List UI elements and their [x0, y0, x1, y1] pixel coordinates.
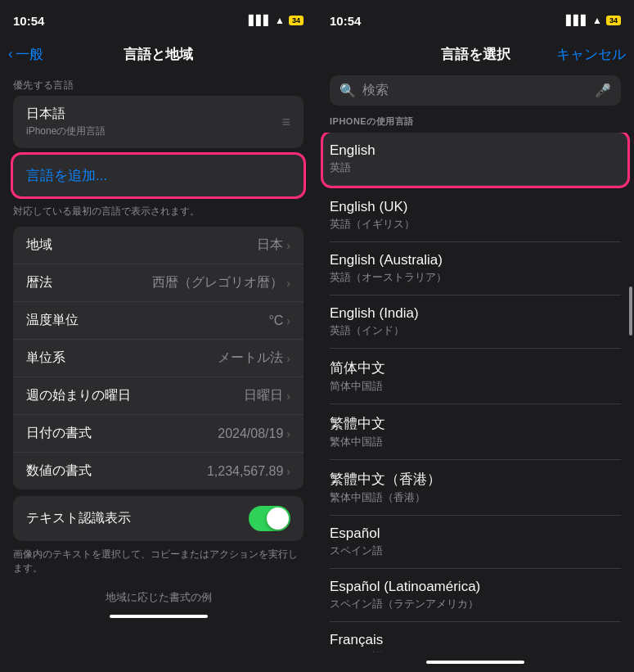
unit-label: 単位系 — [26, 350, 65, 367]
status-bar-right: 10:54 ▋▋▋ ▲ 34 — [317, 0, 634, 36]
bottom-label: 地域に応じた書式の例 — [0, 584, 317, 611]
lang-native-traditional-chinese: 繁体中国語 — [330, 435, 621, 449]
wifi-icon-right: ▲ — [592, 15, 602, 26]
number-value: 1,234,567.89 › — [207, 464, 290, 479]
lang-native-spanish-latam: スペイン語（ラテンアメリカ） — [330, 597, 621, 611]
lang-name-spanish: Español — [330, 525, 621, 542]
number-label: 数値の書式 — [26, 462, 92, 480]
lang-native-spanish: スペイン語 — [330, 543, 621, 558]
lang-name-english-uk: English (UK) — [330, 199, 621, 215]
home-bar-right — [426, 661, 524, 664]
lang-item-english-in[interactable]: English (India) 英語（インド） — [330, 295, 621, 349]
status-icons-left: ▋▋▋ ▲ 34 — [249, 15, 304, 26]
number-item[interactable]: 数値の書式 1,234,567.89 › — [13, 453, 304, 489]
reorder-icon: ≡ — [281, 114, 290, 131]
japanese-lang-item[interactable]: 日本語 iPhoneの使用言語 ≡ — [13, 96, 304, 148]
lang-name-traditional-chinese-hk: 繁體中文（香港） — [330, 470, 621, 489]
lang-native-english-uk: 英語（イギリス） — [330, 217, 621, 232]
lang-native-simplified-chinese: 简体中国語 — [330, 379, 621, 394]
text-recognition-item: テキスト認識表示 — [13, 496, 304, 541]
japanese-lang-name: 日本語 — [26, 106, 106, 123]
signal-icon-right: ▋▋▋ — [566, 15, 588, 26]
lang-name-spanish-latam: Español (Latinoamérica) — [330, 579, 621, 595]
lang-native-english: 英語 — [330, 160, 621, 175]
lang-item-simplified-chinese[interactable]: 简体中文 简体中国語 — [330, 349, 621, 404]
temperature-value: °C › — [268, 313, 290, 328]
wifi-icon: ▲ — [275, 15, 285, 26]
lang-item-english-au[interactable]: English (Australia) 英語（オーストラリア） — [330, 242, 621, 295]
region-chevron-icon: › — [286, 239, 290, 252]
text-recognition-toggle[interactable] — [249, 506, 290, 531]
text-recognition-group: テキスト認識表示 — [13, 496, 304, 541]
lang-item-traditional-chinese[interactable]: 繁體中文 繁体中国語 — [330, 404, 621, 460]
language-list-group: 日本語 iPhoneの使用言語 ≡ — [13, 96, 304, 148]
back-button[interactable]: ‹ 一般 — [8, 45, 43, 64]
date-item[interactable]: 日付の書式 2024/08/19 › — [13, 415, 304, 453]
week-value: 日曜日 › — [244, 387, 290, 404]
home-indicator-left — [110, 615, 208, 618]
week-label: 週の始まりの曜日 — [26, 387, 131, 404]
lang-item-english[interactable]: English 英語 — [323, 133, 627, 186]
japanese-lang-sub: iPhoneの使用言語 — [26, 124, 106, 138]
lang-name-english-au: English (Australia) — [330, 252, 621, 268]
search-input[interactable]: 検索 — [362, 82, 588, 99]
calendar-val-text: 西暦（グレゴリオ暦） — [152, 274, 283, 291]
page-title-right: 言語を選択 — [441, 45, 510, 64]
time-left: 10:54 — [13, 14, 44, 28]
cancel-button[interactable]: キャンセル — [556, 45, 626, 64]
temperature-chevron-icon: › — [286, 314, 290, 327]
week-chevron-icon: › — [286, 390, 290, 403]
lang-item-english-uk[interactable]: English (UK) 英語（イギリス） — [330, 189, 621, 242]
text-recognition-label: テキスト認識表示 — [26, 510, 131, 527]
unit-chevron-icon: › — [286, 352, 290, 365]
region-item[interactable]: 地域 日本 › — [13, 227, 304, 264]
week-val-text: 日曜日 — [244, 387, 283, 404]
back-label: 一般 — [16, 45, 43, 64]
date-chevron-icon: › — [286, 427, 290, 440]
number-chevron-icon: › — [286, 465, 290, 478]
status-bar-left: 10:54 ▋▋▋ ▲ 34 — [0, 0, 317, 36]
region-val-text: 日本 — [257, 237, 283, 254]
battery-badge-left: 34 — [289, 16, 304, 25]
week-item[interactable]: 週の始まりの曜日 日曜日 › — [13, 377, 304, 415]
unit-value: メートル法 › — [218, 350, 290, 367]
date-label: 日付の書式 — [26, 425, 92, 442]
lang-item-french[interactable]: Français フランス語 — [330, 622, 621, 652]
status-icons-right: ▋▋▋ ▲ 34 — [566, 15, 621, 26]
calendar-item[interactable]: 暦法 西暦（グレゴリオ暦） › — [13, 264, 304, 302]
lang-item-spanish[interactable]: Español スペイン語 — [330, 516, 621, 569]
add-language-label: 言語を追加... — [26, 168, 107, 183]
unit-item[interactable]: 単位系 メートル法 › — [13, 340, 304, 377]
date-val-text: 2024/08/19 — [218, 426, 283, 441]
lang-name-simplified-chinese: 简体中文 — [330, 359, 621, 377]
search-bar[interactable]: 🔍 検索 🎤 — [330, 75, 621, 106]
time-right: 10:54 — [330, 14, 361, 28]
lang-item-spanish-latam[interactable]: Español (Latinoamérica) スペイン語（ラテンアメリカ） — [330, 569, 621, 622]
back-chevron-icon: ‹ — [8, 46, 13, 62]
add-language-item[interactable]: 言語を追加... — [13, 155, 304, 196]
home-indicator-right — [317, 652, 634, 672]
lang-native-english-in: 英語（インド） — [330, 323, 621, 338]
temperature-item[interactable]: 温度単位 °C › — [13, 302, 304, 340]
number-val-text: 1,234,567.89 — [207, 464, 283, 479]
temperature-label: 温度単位 — [26, 312, 79, 329]
search-icon: 🔍 — [339, 83, 356, 98]
lang-item-traditional-chinese-hk[interactable]: 繁體中文（香港） 繁体中国語（香港） — [330, 460, 621, 516]
date-value: 2024/08/19 › — [218, 426, 290, 441]
unit-val-text: メートル法 — [218, 350, 283, 367]
lang-name-traditional-chinese: 繁體中文 — [330, 414, 621, 433]
region-list-group: 地域 日本 › 暦法 西暦（グレゴリオ暦） › 温度単位 °C › 単位系 メー… — [13, 227, 304, 489]
calendar-label: 暦法 — [26, 274, 52, 291]
lang-native-traditional-chinese-hk: 繁体中国語（香港） — [330, 490, 621, 505]
region-value: 日本 › — [257, 237, 290, 254]
lang-name-english-in: English (India) — [330, 305, 621, 322]
lang-name-french: Français — [330, 632, 621, 648]
language-note: 対応している最初の言語で表示されます。 — [0, 201, 317, 227]
right-panel: 10:54 ▋▋▋ ▲ 34 言語を選択 キャンセル 🔍 検索 🎤 IPHONE… — [317, 0, 634, 672]
signal-icon: ▋▋▋ — [249, 15, 271, 26]
toggle-knob — [267, 507, 289, 530]
nav-bar-right: 言語を選択 キャンセル — [317, 36, 634, 72]
region-label: 地域 — [26, 237, 52, 254]
lang-native-english-au: 英語（オーストラリア） — [330, 270, 621, 285]
text-recognition-note: 画像内のテキストを選択して、コピーまたはアクションを実行します。 — [0, 548, 317, 584]
